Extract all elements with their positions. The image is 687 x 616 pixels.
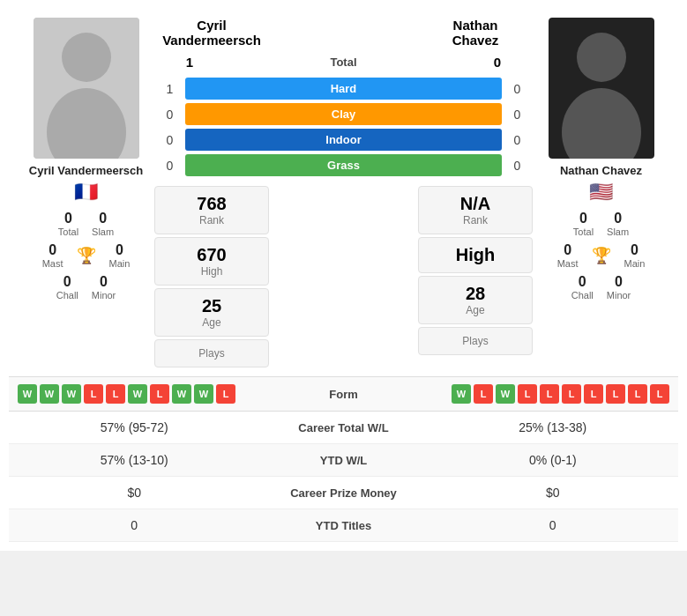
- left-rank-label: Rank: [168, 214, 255, 226]
- form-badge-8: L: [628, 384, 647, 404]
- form-section: WWWLLWLWWL Form WLWLLLLLLL: [9, 376, 678, 411]
- court-badge-1: Clay: [185, 103, 502, 125]
- right-minor-label: Minor: [607, 290, 631, 301]
- form-badge-6: L: [584, 384, 603, 404]
- right-chall-value: 0: [571, 274, 594, 290]
- right-main-value: 0: [624, 242, 646, 258]
- left-chall-value: 0: [56, 274, 78, 290]
- left-player-name: Cyril Vandermeersch: [29, 164, 143, 177]
- stat-label-3: YTD Titles: [256, 519, 432, 532]
- left-player-avatar: [34, 18, 139, 159]
- svg-point-1: [62, 33, 111, 82]
- left-rank-value: 768: [168, 194, 255, 214]
- form-badge-9: L: [650, 384, 669, 404]
- left-mast-value: 0: [42, 242, 63, 258]
- right-main-label: Main: [624, 258, 646, 269]
- court-right-score-1: 0: [502, 108, 533, 122]
- stat-right-0: 25% (13-38): [432, 420, 675, 434]
- court-left-score-0: 1: [154, 82, 185, 96]
- right-player-flag: 🇺🇸: [589, 181, 613, 204]
- right-total-label: Total: [573, 226, 594, 237]
- right-slam-label: Slam: [607, 226, 629, 237]
- center-left-name: CyrilVandermeersch: [159, 18, 265, 48]
- form-badge-6: L: [150, 384, 169, 404]
- stat-left-1: 57% (13-10): [13, 453, 256, 467]
- right-rank-value: N/A: [432, 194, 519, 214]
- stat-right-1: 0% (0-1): [432, 453, 675, 467]
- stat-right-2: $0: [432, 486, 675, 500]
- form-badge-5: W: [128, 384, 147, 404]
- left-center-stats: 768 Rank 670 High 25 Age Plays: [154, 186, 269, 367]
- right-age-label: Age: [432, 304, 519, 316]
- svg-point-4: [577, 33, 626, 82]
- right-player-avatar: [549, 18, 654, 159]
- form-badge-0: W: [452, 384, 471, 404]
- court-right-score-0: 0: [502, 82, 533, 96]
- stat-label-2: Career Prize Money: [256, 486, 432, 500]
- form-badge-8: W: [194, 384, 213, 404]
- form-badge-2: W: [62, 384, 81, 404]
- left-main-label: Main: [109, 258, 131, 269]
- form-badge-7: L: [606, 384, 625, 404]
- stat-right-3: 0: [432, 518, 675, 532]
- form-badge-2: W: [496, 384, 515, 404]
- form-label: Form: [278, 388, 410, 401]
- left-main-value: 0: [109, 242, 131, 258]
- form-badge-1: W: [40, 384, 59, 404]
- left-mast-main-row: 0 Mast 🏆 0 Main: [42, 242, 131, 269]
- left-slam-label: Slam: [92, 226, 114, 237]
- court-right-score-2: 0: [502, 133, 533, 147]
- left-slam-value: 0: [92, 211, 114, 226]
- stat-label-0: Career Total W/L: [256, 421, 432, 434]
- court-badge-3: Grass: [185, 154, 502, 176]
- right-chall-label: Chall: [571, 290, 594, 301]
- right-plays-label: Plays: [432, 335, 519, 347]
- form-badge-4: L: [540, 384, 559, 404]
- left-minor-value: 0: [92, 274, 116, 290]
- left-total-label: Total: [58, 226, 78, 237]
- left-total-score: 1: [154, 55, 225, 70]
- form-badge-9: L: [216, 384, 235, 404]
- form-badge-3: L: [84, 384, 103, 404]
- form-badge-3: L: [518, 384, 537, 404]
- right-player-stats: 0 Total 0 Slam: [573, 211, 629, 237]
- form-badge-0: W: [18, 384, 37, 404]
- left-chall-label: Chall: [56, 290, 78, 301]
- left-high-label: High: [168, 265, 255, 278]
- right-high-value: High: [432, 245, 519, 265]
- stats-row-1: 57% (13-10) YTD W/L 0% (0-1): [9, 444, 678, 477]
- stat-left-0: 57% (95-72): [13, 420, 256, 434]
- form-badge-4: L: [106, 384, 125, 404]
- left-form-badges: WWWLLWLWWL: [18, 384, 278, 404]
- player-comparison: Cyril Vandermeersch 🇫🇷 0 Total 0 Slam 0 …: [9, 9, 678, 376]
- left-age-label: Age: [168, 316, 255, 329]
- left-player-card: Cyril Vandermeersch 🇫🇷 0 Total 0 Slam 0 …: [18, 18, 154, 367]
- left-high-value: 670: [168, 245, 255, 265]
- center-stats-row: 768 Rank 670 High 25 Age Plays: [154, 186, 533, 367]
- right-mast-main-row: 0 Mast 🏆 0 Main: [557, 242, 646, 269]
- court-row-1: 0 Clay 0: [154, 103, 533, 125]
- stat-left-3: 0: [13, 518, 256, 532]
- left-player-stats: 0 Total 0 Slam: [58, 211, 114, 237]
- stats-row-2: $0 Career Prize Money $0: [9, 477, 678, 509]
- left-trophy-icon: 🏆: [77, 246, 96, 265]
- court-left-score-3: 0: [154, 159, 185, 173]
- form-badge-1: L: [474, 384, 493, 404]
- right-form-badges: WLWLLLLLLL: [410, 384, 670, 404]
- right-chall-minor-row: 0 Chall 0 Minor: [571, 274, 631, 301]
- stat-left-2: $0: [13, 486, 256, 500]
- stat-label-1: YTD W/L: [256, 454, 432, 467]
- court-rows: 1 Hard 0 0 Clay 0 0 Indoor 0 0 Grass 0: [154, 78, 533, 176]
- court-badge-0: Hard: [185, 78, 502, 100]
- left-minor-label: Minor: [92, 290, 116, 301]
- right-center-stats: N/A Rank High 28 Age Plays: [418, 186, 533, 367]
- court-right-score-3: 0: [502, 159, 533, 173]
- court-left-score-1: 0: [154, 108, 185, 122]
- right-rank-label: Rank: [432, 214, 519, 226]
- right-mast-label: Mast: [557, 258, 579, 269]
- right-trophy-icon: 🏆: [592, 246, 611, 265]
- court-badge-2: Indoor: [185, 129, 502, 151]
- form-badge-5: L: [562, 384, 581, 404]
- right-total-value: 0: [573, 211, 594, 226]
- court-row-0: 1 Hard 0: [154, 78, 533, 100]
